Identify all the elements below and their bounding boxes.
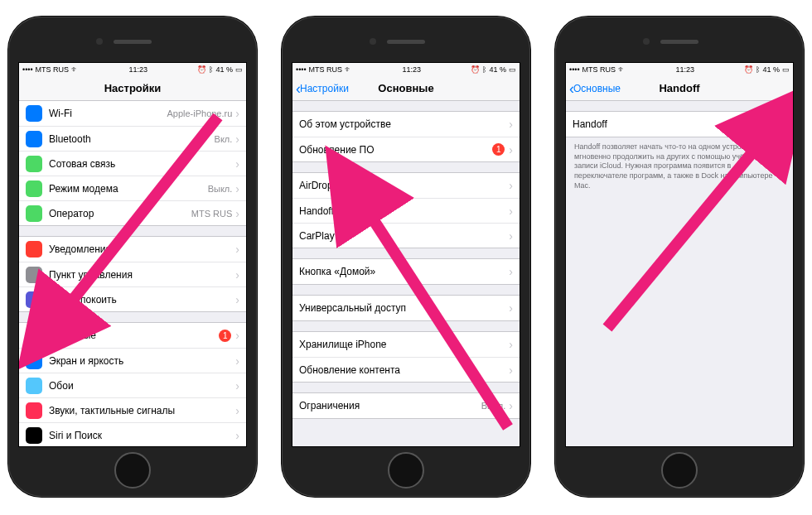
row-icon <box>26 241 42 258</box>
chevron-right-icon: › <box>509 179 513 192</box>
row-label: Звуки, тактильные сигналы <box>49 405 235 416</box>
home-button[interactable] <box>661 452 698 489</box>
phone-frame-1: •••• MTS RUS ᯤ 11:23 ⏰ ᛒ 41 % ▭ Настройк… <box>8 17 257 497</box>
chevron-right-icon: › <box>509 143 513 156</box>
row-label: Handoff <box>573 118 755 130</box>
row-handoff-toggle[interactable]: Handoff <box>566 112 793 137</box>
settings-row[interactable]: Siri и Поиск› <box>19 422 246 446</box>
group-about: Об этом устройстве›Обновление ПО1› <box>292 111 520 162</box>
settings-row[interactable]: Wi-FiApple-iPhone.ru› <box>19 101 246 126</box>
settings-row[interactable]: AirDrop› <box>292 173 520 198</box>
settings-row[interactable]: Хранилище iPhone› <box>292 332 520 357</box>
group-general: Основные1›Экран и яркость›Обои›Звуки, та… <box>19 322 246 446</box>
group-airdrop: AirDrop›Handoff›CarPlay› <box>292 172 520 248</box>
row-icon <box>26 180 42 197</box>
settings-row[interactable]: BluetoothВкл.› <box>19 126 246 151</box>
row-value: Выкл. <box>481 401 506 411</box>
back-button[interactable]: ‹ Основные <box>569 83 621 94</box>
bluetooth-icon: ᛒ <box>209 65 213 74</box>
clock: 11:23 <box>676 65 695 74</box>
row-label: Обновление контента <box>299 364 509 376</box>
navbar-general: ‹ Настройки Основные <box>292 76 520 101</box>
settings-row[interactable]: Пункт управления› <box>19 262 246 286</box>
phone-camera <box>370 38 376 45</box>
chevron-right-icon: › <box>235 207 239 220</box>
signal-icon: •••• <box>22 65 33 74</box>
settings-row[interactable]: Об этом устройстве› <box>292 112 520 137</box>
clock: 11:23 <box>129 65 148 74</box>
row-label: AirDrop <box>299 180 509 191</box>
chevron-right-icon: › <box>509 118 513 131</box>
settings-row[interactable]: Сотовая связь› <box>19 151 246 176</box>
row-icon <box>26 327 42 344</box>
page-title: Основные <box>378 82 433 94</box>
settings-row[interactable]: Не беспокоить› <box>19 286 246 311</box>
chevron-right-icon: › <box>235 379 239 392</box>
navbar-settings: Настройки <box>19 76 246 101</box>
home-button[interactable] <box>388 452 424 489</box>
handoff-description: Handoff позволяет начать что-то на одном… <box>566 137 793 195</box>
badge: 1 <box>492 143 505 156</box>
settings-row[interactable]: ОператорMTS RUS› <box>19 200 246 225</box>
chevron-right-icon: › <box>509 265 513 278</box>
chevron-right-icon: › <box>235 429 239 442</box>
alarm-icon: ⏰ <box>744 65 753 74</box>
back-label: Настройки <box>300 83 349 94</box>
settings-row[interactable]: Звуки, тактильные сигналы› <box>19 397 246 422</box>
general-list[interactable]: Об этом устройстве›Обновление ПО1› AirDr… <box>292 101 520 446</box>
battery-pct: 41 % <box>215 65 233 74</box>
settings-row[interactable]: Обои› <box>19 373 246 397</box>
row-icon <box>26 205 42 222</box>
group-notifications: Уведомления›Пункт управления›Не беспокои… <box>19 236 246 312</box>
settings-row[interactable]: Обновление ПО1› <box>292 137 520 161</box>
chevron-right-icon: › <box>235 293 239 306</box>
chevron-right-icon: › <box>235 132 239 146</box>
row-label: Кнопка «Домой» <box>299 266 509 277</box>
screen-1: •••• MTS RUS ᯤ 11:23 ⏰ ᛒ 41 % ▭ Настройк… <box>18 62 247 447</box>
row-value: MTS RUS <box>191 209 233 219</box>
home-button[interactable] <box>114 452 151 489</box>
phone-frame-2: •••• MTS RUS ᯤ 11:23 ⏰ ᛒ 41 % ▭ ‹ Настро… <box>282 17 530 497</box>
row-label: Не беспокоить <box>49 294 235 306</box>
back-button[interactable]: ‹ Настройки <box>296 83 349 94</box>
group-handoff: Handoff <box>566 111 793 137</box>
chevron-right-icon: › <box>235 354 239 368</box>
phone-speaker <box>660 40 698 44</box>
row-icon <box>26 402 42 419</box>
phone-speaker <box>387 40 425 44</box>
settings-list[interactable]: Wi-FiApple-iPhone.ru›BluetoothВкл.›Сотов… <box>19 101 246 446</box>
badge: 1 <box>219 330 231 342</box>
settings-row[interactable]: Обновление контента› <box>292 357 520 382</box>
row-label: Оператор <box>49 208 191 219</box>
settings-row[interactable]: Экран и яркость› <box>19 348 246 373</box>
settings-row[interactable]: CarPlay› <box>292 223 520 248</box>
group-access: Универсальный доступ› <box>292 295 520 321</box>
toggle-switch[interactable] <box>755 115 786 133</box>
clock: 11:23 <box>403 65 422 74</box>
settings-row[interactable]: Режим модемаВыкл.› <box>19 176 246 200</box>
battery-icon: ▭ <box>235 65 243 74</box>
settings-row[interactable]: Handoff› <box>292 198 520 223</box>
page-title: Настройки <box>104 82 162 94</box>
chevron-right-icon: › <box>235 329 239 342</box>
settings-row[interactable]: Уведомления› <box>19 237 246 262</box>
settings-row[interactable]: ОграниченияВыкл.› <box>292 393 520 418</box>
row-label: Handoff <box>299 205 509 217</box>
settings-row[interactable]: Основные1› <box>19 323 246 348</box>
status-bar: •••• MTS RUS ᯤ 11:23 ⏰ ᛒ 41 % ▭ <box>292 63 520 76</box>
back-label: Основные <box>573 83 621 94</box>
screen-2: •••• MTS RUS ᯤ 11:23 ⏰ ᛒ 41 % ▭ ‹ Настро… <box>292 62 520 447</box>
settings-row[interactable]: Универсальный доступ› <box>292 296 520 320</box>
group-storage: Хранилище iPhone›Обновление контента› <box>292 331 520 383</box>
settings-row[interactable]: Кнопка «Домой»› <box>292 259 520 284</box>
bluetooth-icon: ᛒ <box>756 65 760 74</box>
row-label: Режим модема <box>49 183 208 195</box>
alarm-icon: ⏰ <box>471 65 480 74</box>
alarm-icon: ⏰ <box>197 65 206 74</box>
signal-icon: •••• <box>296 65 307 74</box>
row-value: Вкл. <box>215 134 233 144</box>
group-restrict: ОграниченияВыкл.› <box>292 392 520 419</box>
bluetooth-icon: ᛒ <box>482 65 486 74</box>
row-label: Хранилище iPhone <box>299 339 509 350</box>
chevron-right-icon: › <box>235 243 239 256</box>
